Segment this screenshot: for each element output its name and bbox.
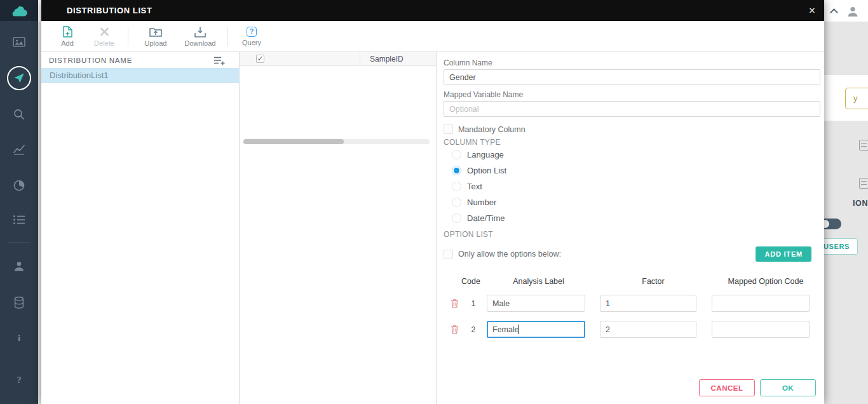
only-allow-checkbox[interactable] bbox=[444, 250, 453, 259]
sidebar-item-distribution[interactable] bbox=[7, 66, 31, 90]
only-allow-row: Only allow the options below: ADD ITEM bbox=[444, 246, 811, 262]
radio-icon bbox=[452, 150, 461, 159]
list-icon bbox=[13, 215, 25, 225]
scrollbar-thumb[interactable] bbox=[243, 139, 344, 144]
radio-option-list-label: Option List bbox=[467, 166, 506, 175]
sample-grid-panel: ✓ SampleID bbox=[240, 52, 437, 404]
radio-datetime[interactable]: Date/Time bbox=[452, 210, 820, 226]
partial-note-icon-2[interactable] bbox=[859, 178, 868, 189]
download-icon bbox=[194, 26, 207, 37]
radio-datetime-label: Date/Time bbox=[467, 213, 505, 223]
list-item-selected[interactable]: DistributionList1 bbox=[41, 68, 239, 83]
grid-sampleid-header[interactable]: SampleID bbox=[360, 52, 436, 65]
analysis-label-header: Analysis Label bbox=[487, 277, 590, 286]
delete-row-button[interactable] bbox=[444, 299, 465, 308]
add-button[interactable]: Add bbox=[49, 26, 86, 47]
delete-button[interactable]: Delete bbox=[86, 26, 123, 47]
factor-input-1[interactable] bbox=[600, 295, 696, 312]
sidebar-item-media[interactable] bbox=[13, 36, 25, 48]
mapped-code-input-2[interactable] bbox=[712, 321, 810, 338]
analysis-label-input-1[interactable] bbox=[487, 295, 585, 312]
radio-text-label: Text bbox=[467, 182, 482, 191]
app-root: y ION USERS bbox=[0, 0, 868, 404]
active-indicator bbox=[7, 66, 31, 90]
cancel-button[interactable]: CANCEL bbox=[699, 379, 755, 396]
add-document-icon bbox=[63, 26, 72, 37]
radio-icon bbox=[452, 213, 461, 223]
add-item-button[interactable]: ADD ITEM bbox=[756, 246, 811, 262]
column-name-label: Column Name bbox=[444, 58, 820, 67]
form-actions: CANCEL OK bbox=[699, 379, 816, 396]
partial-button-yellow[interactable]: y bbox=[845, 88, 868, 109]
line-chart-icon bbox=[13, 144, 25, 155]
search-icon bbox=[13, 108, 25, 121]
text-caret bbox=[518, 325, 519, 334]
factor-input-2[interactable] bbox=[600, 321, 696, 338]
modal-header: DISTRIBUTION LIST × bbox=[41, 0, 824, 21]
close-icon[interactable]: × bbox=[809, 5, 815, 16]
toolbar-separator-2 bbox=[227, 27, 228, 46]
partial-note-icon[interactable] bbox=[859, 140, 868, 151]
option-row-1: 1 bbox=[444, 295, 820, 312]
code-header: Code bbox=[444, 277, 482, 286]
radio-language[interactable]: Language bbox=[452, 147, 820, 163]
options-table-header: Code Analysis Label Factor Mapped Option… bbox=[444, 277, 820, 286]
partial-section-heading: ION bbox=[853, 199, 868, 208]
app-logo[interactable] bbox=[0, 0, 38, 21]
add-label: Add bbox=[61, 39, 74, 47]
toolbar-separator bbox=[128, 27, 128, 46]
ok-button[interactable]: OK bbox=[760, 379, 816, 396]
radio-text[interactable]: Text bbox=[452, 178, 820, 194]
upload-icon bbox=[149, 26, 162, 37]
delete-label: Delete bbox=[94, 39, 114, 47]
option-list-section-label: OPTION LIST bbox=[444, 230, 820, 239]
radio-option-list[interactable]: Option List bbox=[452, 163, 820, 178]
row-code: 1 bbox=[465, 299, 482, 308]
list-panel-header: DISTRIBUTION NAME bbox=[41, 52, 239, 68]
download-button[interactable]: Download bbox=[178, 26, 222, 47]
user-icon bbox=[13, 260, 25, 272]
modal-title: DISTRIBUTION LIST bbox=[41, 6, 152, 15]
grid-select-all-cell: ✓ bbox=[240, 52, 360, 65]
sidebar-item-users[interactable] bbox=[13, 260, 25, 272]
radio-number[interactable]: Number bbox=[452, 194, 820, 210]
upload-label: Upload bbox=[145, 39, 167, 47]
column-name-input[interactable] bbox=[444, 69, 820, 85]
playlist-add-icon[interactable] bbox=[214, 56, 225, 68]
mapped-option-code-header: Mapped Option Code bbox=[717, 277, 815, 286]
sidebar: i ? bbox=[0, 0, 38, 404]
database-icon bbox=[14, 297, 24, 309]
radio-selected-icon bbox=[452, 166, 461, 175]
sidebar-item-help[interactable]: ? bbox=[17, 375, 22, 386]
distribution-list-modal: DISTRIBUTION LIST × Add Delete Upload Do… bbox=[41, 0, 824, 404]
paper-plane-icon bbox=[13, 72, 25, 84]
sidebar-item-info[interactable]: i bbox=[18, 333, 20, 344]
delete-row-button-2[interactable] bbox=[444, 325, 465, 334]
user-avatar-icon[interactable] bbox=[846, 5, 859, 20]
upload-button[interactable]: Upload bbox=[133, 26, 178, 47]
horizontal-scrollbar[interactable] bbox=[243, 139, 430, 144]
mapped-variable-input[interactable] bbox=[444, 101, 820, 117]
option-row-2: 2 bbox=[444, 321, 820, 338]
sidebar-item-analytics[interactable] bbox=[13, 144, 25, 155]
mandatory-checkbox[interactable] bbox=[444, 125, 453, 134]
mandatory-column-row: Mandatory Column bbox=[444, 125, 820, 134]
query-icon: ? bbox=[247, 27, 257, 37]
sidebar-item-database[interactable] bbox=[14, 297, 24, 309]
trash-icon bbox=[451, 325, 459, 334]
query-button[interactable]: ? Query bbox=[233, 27, 270, 46]
download-label: Download bbox=[185, 39, 216, 47]
mandatory-label: Mandatory Column bbox=[458, 125, 526, 134]
image-icon bbox=[13, 36, 25, 48]
row-code-2: 2 bbox=[465, 325, 482, 334]
sidebar-item-search[interactable] bbox=[13, 108, 25, 121]
select-all-checkbox[interactable]: ✓ bbox=[256, 55, 264, 63]
delete-x-icon bbox=[100, 26, 109, 37]
mapped-code-input-1[interactable] bbox=[712, 295, 810, 312]
sidebar-item-dashboard[interactable] bbox=[13, 179, 25, 192]
analysis-label-input-2[interactable] bbox=[487, 321, 585, 338]
column-editor-form: Column Name Mapped Variable Name Mandato… bbox=[437, 52, 824, 404]
sidebar-item-lists[interactable] bbox=[13, 215, 25, 225]
factor-header: Factor bbox=[605, 277, 702, 286]
focused-input-wrap bbox=[487, 321, 585, 338]
